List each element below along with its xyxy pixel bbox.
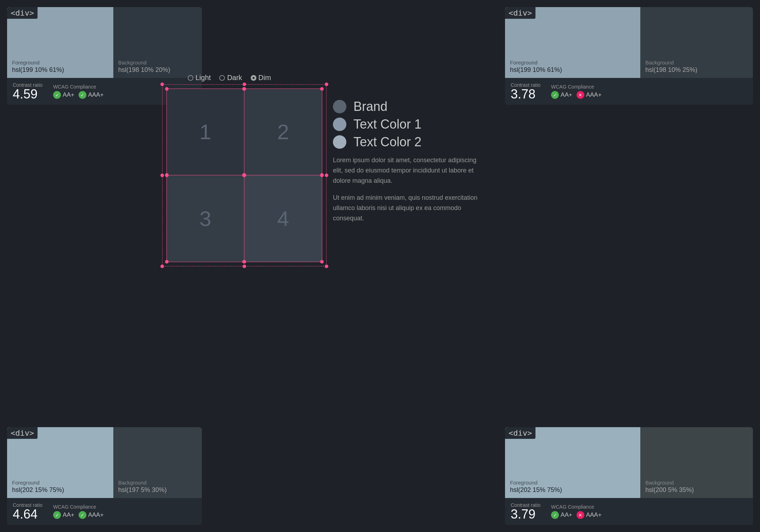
bg-label-bl: Background: [118, 480, 167, 486]
fg-value-br: hsl(202 15% 75%): [510, 486, 562, 494]
wcag-label-tl: WCAG Compliance: [53, 84, 104, 90]
bg-swatch-tl: Background hsl(198 10% 20%): [113, 7, 202, 78]
panel-tr-tag: <div>: [505, 7, 535, 19]
wcag-tr: WCAG Compliance ✓ AA+ ✕ AAA+: [551, 84, 602, 99]
handle-outer-br[interactable]: [325, 265, 328, 268]
wcag-label-tr: WCAG Compliance: [551, 84, 602, 90]
text2-label: Text Color 2: [353, 135, 421, 149]
badge-aaa-icon-br: ✕: [577, 511, 584, 519]
badge-aa-label-tl: AA+: [63, 91, 74, 98]
contrast-value-tl: 4.59: [13, 88, 42, 101]
panel-bottom-left: <div> Foreground hsl(202 15% 75%) Backgr…: [7, 427, 202, 525]
handle-c3-bl[interactable]: [165, 260, 169, 264]
bg-label-tr: Background: [645, 60, 697, 66]
panel-tl-tag: <div>: [7, 7, 38, 19]
panel-top-right: <div> Foreground hsl(199 10% 61%) Backgr…: [505, 7, 753, 105]
bg-value-bl: hsl(197 5% 30%): [118, 486, 167, 494]
wcag-br: WCAG Compliance ✓ AA+ ✕ AAA+: [551, 504, 602, 519]
badge-aaa-icon-bl: ✓: [79, 511, 86, 519]
badge-aaa-br: ✕ AAA+: [577, 511, 602, 519]
handle-c4-tl[interactable]: [243, 174, 246, 177]
bg-swatch-bl: Background hsl(197 5% 30%): [113, 427, 202, 498]
wcag-label-bl: WCAG Compliance: [53, 504, 104, 510]
legend-text1: Text Color 1: [333, 117, 482, 132]
badge-aa-icon-tr: ✓: [551, 91, 559, 99]
bg-swatch-br: Background hsl(200 5% 35%): [640, 427, 753, 498]
fg-value-tl: hsl(199 10% 61%): [12, 66, 64, 74]
bg-label-br: Background: [645, 480, 694, 486]
handle-c4-br[interactable]: [320, 260, 324, 264]
fg-label-br: Foreground: [510, 480, 562, 486]
badge-aa-tr: ✓ AA+: [551, 91, 572, 99]
panel-bl-stats: Contrast ratio 4.64 WCAG Compliance ✓ AA…: [7, 498, 202, 525]
badge-aaa-label-br: AAA+: [586, 511, 602, 519]
text1-label: Text Color 1: [353, 117, 421, 132]
handle-outer-tl[interactable]: [160, 83, 164, 86]
badge-aaa-label-tr: AAA+: [586, 91, 602, 98]
contrast-value-bl: 4.64: [13, 508, 42, 521]
lorem2: Ut enim ad minim veniam, quis nostrud ex…: [333, 193, 482, 223]
bg-value-br: hsl(200 5% 35%): [645, 486, 694, 494]
grid-cell-1: 1: [167, 89, 244, 175]
cell-label-1: 1: [199, 120, 211, 144]
legend-area: Brand Text Color 1 Text Color 2 Lorem ip…: [333, 99, 482, 223]
handle-c4-bl[interactable]: [243, 260, 246, 264]
bg-label-tl: Background: [118, 60, 170, 66]
handle-outer-bl[interactable]: [160, 265, 164, 268]
handle-outer-bm[interactable]: [243, 265, 246, 268]
theme-option-light[interactable]: Light: [188, 74, 211, 82]
theme-label-dim: Dim: [259, 74, 271, 82]
cell-label-3: 3: [199, 206, 211, 231]
brand-dot: [333, 100, 346, 113]
lorem1: Lorem ipsum dolor sit amet, consectetur …: [333, 155, 482, 186]
handle-c2-tl[interactable]: [243, 87, 246, 91]
theme-label-dark: Dark: [227, 74, 242, 82]
handle-c4-tr[interactable]: [320, 174, 324, 177]
radio-dim[interactable]: [251, 75, 256, 81]
panel-br-stats: Contrast ratio 3.79 WCAG Compliance ✓ AA…: [505, 498, 753, 525]
theme-option-dim[interactable]: Dim: [251, 74, 271, 82]
handle-c1-tl[interactable]: [165, 87, 169, 91]
panel-tr-stats: Contrast ratio 3.78 WCAG Compliance ✓ AA…: [505, 78, 753, 105]
handle-outer-tr[interactable]: [325, 83, 328, 86]
panel-br-tag: <div>: [505, 427, 535, 439]
badge-aaa-tl: ✓ AAA+: [79, 91, 104, 99]
badge-aa-icon-bl: ✓: [53, 511, 61, 519]
fg-label-tr: Foreground: [510, 60, 562, 66]
badge-aaa-bl: ✓ AAA+: [79, 511, 104, 519]
panel-bl-tag: <div>: [7, 427, 38, 439]
contrast-value-tr: 3.78: [511, 88, 540, 101]
badge-aa-br: ✓ AA+: [551, 511, 572, 519]
radio-light[interactable]: [188, 75, 193, 81]
badge-aa-label-br: AA+: [561, 511, 572, 519]
legend-brand: Brand: [333, 99, 482, 114]
radio-dark[interactable]: [219, 75, 225, 81]
badge-aaa-tr: ✕ AAA+: [577, 91, 602, 99]
badge-aa-icon-tl: ✓: [53, 91, 61, 99]
handle-c2-tr[interactable]: [320, 87, 324, 91]
grid-cell-3: 3: [167, 175, 244, 262]
badge-aa-tl: ✓ AA+: [53, 91, 74, 99]
badge-aaa-icon-tl: ✓: [79, 91, 86, 99]
handle-outer-ml[interactable]: [160, 174, 164, 177]
handle-outer-tm[interactable]: [243, 83, 246, 86]
brand-label: Brand: [353, 99, 387, 114]
handle-c3-tl[interactable]: [165, 174, 169, 177]
wcag-bl: WCAG Compliance ✓ AA+ ✓ AAA+: [53, 504, 104, 519]
badge-aaa-icon-tr: ✕: [577, 91, 584, 99]
theme-label-light: Light: [195, 74, 211, 82]
badge-aa-label-bl: AA+: [63, 511, 74, 519]
grid-cell-4: 4: [244, 175, 322, 262]
center-canvas: 1 2 3 4: [166, 89, 322, 262]
text2-dot: [333, 135, 346, 149]
text1-dot: [333, 118, 346, 131]
grid-cell-2: 2: [244, 89, 322, 175]
panel-bottom-right: <div> Foreground hsl(202 15% 75%) Backgr…: [505, 427, 753, 525]
grid: 1 2 3 4: [166, 89, 322, 262]
badge-aaa-label-bl: AAA+: [88, 511, 104, 519]
theme-option-dark[interactable]: Dark: [219, 74, 242, 82]
wcag-tl: WCAG Compliance ✓ AA+ ✓ AAA+: [53, 84, 104, 99]
wcag-label-br: WCAG Compliance: [551, 504, 602, 510]
handle-outer-mr[interactable]: [325, 174, 328, 177]
bg-value-tr: hsl(198 10% 25%): [645, 66, 697, 74]
